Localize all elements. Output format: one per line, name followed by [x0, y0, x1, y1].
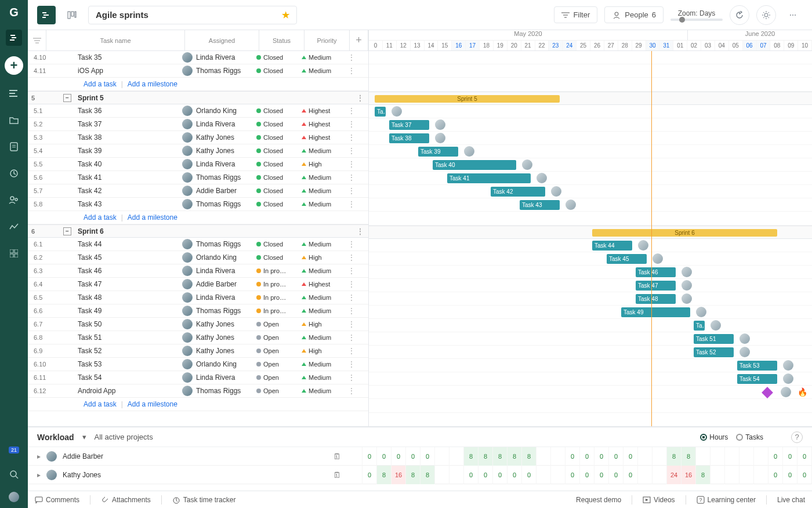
row-actions[interactable]: ⋮: [343, 253, 360, 262]
assignee-cell[interactable]: Kathy Jones: [179, 132, 253, 143]
add-milestone-link[interactable]: Add a milestone: [128, 400, 177, 408]
status-cell[interactable]: Closed: [253, 121, 298, 128]
notification-badge[interactable]: 21: [9, 447, 19, 453]
add-button[interactable]: +: [5, 56, 23, 75]
day-header[interactable]: 13: [411, 41, 425, 50]
gantt-row[interactable]: Ta…: [369, 105, 812, 118]
assignee-cell[interactable]: Thomas Riggs: [179, 66, 253, 76]
row-actions[interactable]: ⋮: [343, 320, 360, 328]
gantt-row[interactable]: Task 44: [369, 239, 812, 252]
gantt-row[interactable]: Sprint 5: [369, 92, 812, 105]
user-avatar[interactable]: [9, 492, 19, 502]
day-header[interactable]: 07: [757, 41, 771, 50]
priority-cell[interactable]: High: [298, 347, 343, 354]
task-row[interactable]: 6.2 Task 45 Orlando King Closed High ⋮: [28, 251, 368, 264]
priority-cell[interactable]: High: [298, 254, 343, 261]
row-actions[interactable]: ⋮: [343, 200, 360, 208]
row-actions[interactable]: ⋮: [343, 133, 360, 141]
day-header[interactable]: 22: [535, 41, 549, 50]
assignee-cell[interactable]: Linda Rivera: [179, 266, 253, 276]
priority-cell[interactable]: Highest: [298, 107, 343, 114]
filter-button[interactable]: Filter: [554, 6, 597, 23]
row-actions[interactable]: ⋮: [343, 267, 360, 275]
status-cell[interactable]: Open: [253, 387, 298, 394]
row-actions[interactable]: ⋮: [343, 373, 360, 382]
task-row[interactable]: 6.4 Task 47 Addie Barber In pro… Highest…: [28, 278, 368, 291]
gantt-row[interactable]: Task 47: [369, 279, 812, 292]
star-icon[interactable]: ★: [282, 10, 289, 20]
task-bar[interactable]: Task 37: [389, 120, 429, 130]
col-priority[interactable]: Priority: [304, 30, 350, 50]
task-bar[interactable]: Task 48: [636, 294, 676, 304]
task-name[interactable]: Task 48: [74, 293, 179, 302]
status-cell[interactable]: In pro…: [253, 307, 298, 314]
status-cell[interactable]: Closed: [253, 161, 298, 168]
day-header[interactable]: 15: [438, 41, 452, 50]
row-actions[interactable]: ⋮: [343, 160, 360, 168]
row-actions[interactable]: ⋮: [343, 240, 360, 248]
workload-row[interactable]: ▸Kathy Jones🗓081688000000000024168000: [28, 466, 812, 484]
status-cell[interactable]: Open: [253, 374, 298, 381]
task-name[interactable]: Task 51: [74, 333, 179, 342]
row-actions[interactable]: ⋮: [343, 333, 360, 342]
clock-icon[interactable]: [6, 165, 22, 182]
status-cell[interactable]: Closed: [253, 241, 298, 248]
search-icon[interactable]: [6, 466, 22, 482]
collapse-button[interactable]: −: [60, 94, 74, 102]
gantt-row[interactable]: Task 46: [369, 266, 812, 279]
status-cell[interactable]: Closed: [253, 134, 298, 141]
tasks-radio[interactable]: Tasks: [736, 433, 763, 441]
day-header[interactable]: 30: [646, 41, 660, 50]
task-name[interactable]: Task 35: [74, 53, 179, 61]
priority-cell[interactable]: Medium: [298, 334, 343, 341]
priority-cell[interactable]: High: [298, 321, 343, 328]
day-header[interactable]: 11: [383, 41, 397, 50]
day-header[interactable]: 10: [798, 41, 812, 50]
more-icon[interactable]: ⋯: [783, 5, 803, 25]
col-taskname[interactable]: Task name: [46, 30, 185, 50]
assignee-cell[interactable]: Kathy Jones: [179, 319, 253, 329]
gantt-row[interactable]: Task 48: [369, 292, 812, 306]
priority-cell[interactable]: Medium: [298, 67, 343, 74]
task-bar[interactable]: Task 45: [607, 254, 647, 264]
day-header[interactable]: 05: [729, 41, 743, 50]
calendar-icon[interactable]: 🗓: [333, 470, 341, 480]
status-cell[interactable]: Open: [253, 321, 298, 328]
assignee-cell[interactable]: Thomas Riggs: [179, 172, 253, 183]
assignee-cell[interactable]: Thomas Riggs: [179, 306, 253, 316]
task-name[interactable]: Task 37: [74, 120, 179, 128]
assignee-cell[interactable]: Orlando King: [179, 252, 253, 263]
task-name[interactable]: Task 47: [74, 280, 179, 288]
gantt-row[interactable]: Task 39: [369, 145, 812, 158]
priority-cell[interactable]: Medium: [298, 307, 343, 314]
row-actions[interactable]: ⋮: [343, 360, 360, 368]
assignee-cell[interactable]: Linda Rivera: [179, 372, 253, 383]
day-header[interactable]: 29: [632, 41, 646, 50]
gantt-row[interactable]: Task 54: [369, 372, 812, 386]
day-header[interactable]: 06: [743, 41, 757, 50]
day-header[interactable]: 12: [397, 41, 411, 50]
sprint-bar[interactable]: Sprint 5: [375, 95, 560, 103]
priority-cell[interactable]: Medium: [298, 267, 343, 274]
assignee-cell[interactable]: Addie Barber: [179, 279, 253, 289]
task-name[interactable]: Task 40: [74, 160, 179, 168]
day-header[interactable]: 27: [604, 41, 618, 50]
task-row[interactable]: 6.8 Task 51 Kathy Jones Open Medium ⋮: [28, 331, 368, 344]
gantt-view-button[interactable]: [37, 6, 56, 24]
day-header[interactable]: 19: [494, 41, 507, 50]
task-row[interactable]: 6.12 Android App Thomas Riggs Open Mediu…: [28, 384, 368, 398]
task-name[interactable]: Task 38: [74, 133, 179, 141]
task-name[interactable]: Task 45: [74, 253, 179, 262]
priority-cell[interactable]: Medium: [298, 174, 343, 181]
gantt-row[interactable]: Task 41: [369, 172, 812, 185]
day-header[interactable]: 03: [701, 41, 715, 50]
chat-button[interactable]: Live chat: [777, 496, 805, 504]
help-icon[interactable]: ?: [791, 431, 803, 443]
row-actions[interactable]: ⋮: [343, 147, 360, 155]
gantt-row[interactable]: [369, 51, 812, 64]
row-actions[interactable]: ⋮: [352, 227, 368, 235]
day-header[interactable]: 23: [549, 41, 563, 50]
gantt-row[interactable]: Task 53: [369, 359, 812, 372]
task-name[interactable]: Android App: [74, 387, 179, 395]
comments-button[interactable]: Comments: [35, 496, 79, 504]
